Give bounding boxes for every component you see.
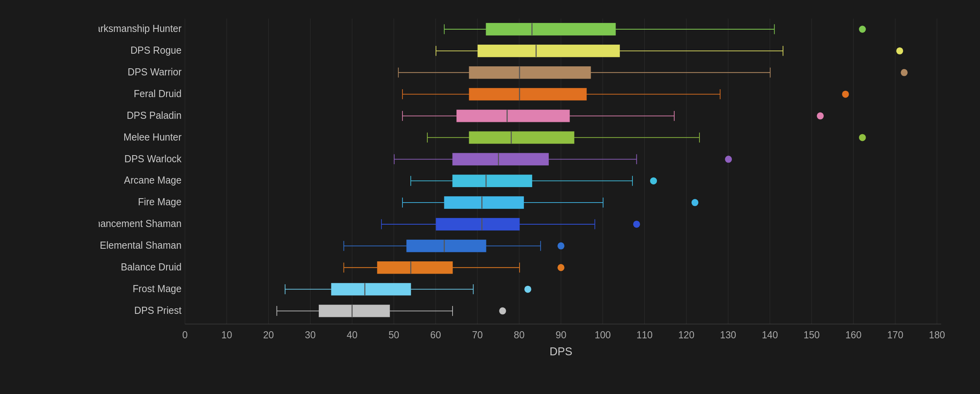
x-tick-80: 80 <box>514 330 524 340</box>
svg-point-82 <box>692 199 699 206</box>
chart-container: 0 10 20 30 40 50 60 70 80 90 100 110 120… <box>0 0 980 394</box>
x-tick-70: 70 <box>472 330 483 340</box>
svg-point-75 <box>650 177 657 184</box>
x-tick-50: 50 <box>389 330 399 340</box>
svg-point-110 <box>524 286 531 293</box>
x-tick-160: 160 <box>845 330 862 340</box>
svg-rect-57 <box>469 131 574 144</box>
x-tick-30: 30 <box>305 330 316 340</box>
x-tick-10: 10 <box>221 330 232 340</box>
label-dps-rogue: DPS Rogue <box>131 45 181 56</box>
svg-rect-113 <box>319 305 389 317</box>
svg-rect-71 <box>453 175 532 187</box>
svg-point-40 <box>901 69 908 76</box>
svg-point-61 <box>859 134 866 141</box>
label-fire-mage: Fire Mage <box>138 197 181 207</box>
x-tick-60: 60 <box>430 330 441 340</box>
x-tick-170: 170 <box>887 330 903 340</box>
svg-point-26 <box>859 26 866 33</box>
x-tick-140: 140 <box>762 330 778 340</box>
x-tick-0: 0 <box>182 330 188 340</box>
svg-rect-85 <box>436 218 520 231</box>
svg-rect-50 <box>457 110 570 122</box>
svg-point-117 <box>499 308 506 315</box>
svg-rect-106 <box>331 283 411 295</box>
x-tick-130: 130 <box>720 330 736 340</box>
x-tick-150: 150 <box>804 330 820 340</box>
x-tick-110: 110 <box>636 330 653 340</box>
x-tick-180: 180 <box>929 330 945 340</box>
svg-rect-29 <box>478 45 620 57</box>
label-dps-priest: DPS Priest <box>134 305 181 315</box>
label-marksmanship-hunter: Marksmanship Hunter <box>99 23 181 34</box>
svg-rect-78 <box>444 197 524 209</box>
svg-rect-92 <box>407 240 486 252</box>
label-balance-druid: Balance Druid <box>121 262 181 272</box>
label-melee-hunter: Melee Hunter <box>123 131 181 142</box>
svg-point-54 <box>817 113 824 120</box>
x-tick-100: 100 <box>595 330 611 340</box>
label-dps-warlock: DPS Warlock <box>124 153 181 164</box>
label-arcane-mage: Arcane Mage <box>124 175 181 186</box>
svg-point-96 <box>557 242 565 250</box>
label-dps-paladin: DPS Paladin <box>127 110 181 120</box>
label-enhancement-shaman: Enhancement Shaman <box>99 218 181 229</box>
svg-point-33 <box>896 47 903 54</box>
svg-point-47 <box>842 91 849 98</box>
svg-rect-99 <box>377 261 453 274</box>
label-dps-warrior: DPS Warrior <box>127 67 181 77</box>
x-tick-120: 120 <box>678 330 694 340</box>
x-tick-20: 20 <box>263 330 274 340</box>
svg-point-68 <box>725 156 732 163</box>
svg-point-89 <box>633 221 640 228</box>
label-feral-druid: Feral Druid <box>134 88 181 99</box>
label-elemental-shaman: Elemental Shaman <box>100 240 181 251</box>
svg-rect-36 <box>469 66 591 79</box>
label-frost-mage: Frost Mage <box>133 283 181 294</box>
svg-rect-64 <box>453 153 548 165</box>
svg-point-103 <box>557 264 565 271</box>
svg-rect-43 <box>469 88 587 100</box>
x-axis-label: DPS <box>550 345 572 358</box>
x-tick-90: 90 <box>555 330 566 340</box>
x-tick-40: 40 <box>347 330 357 340</box>
box-plot-chart: 0 10 20 30 40 50 60 70 80 90 100 110 120… <box>99 8 956 362</box>
svg-rect-22 <box>486 23 615 36</box>
